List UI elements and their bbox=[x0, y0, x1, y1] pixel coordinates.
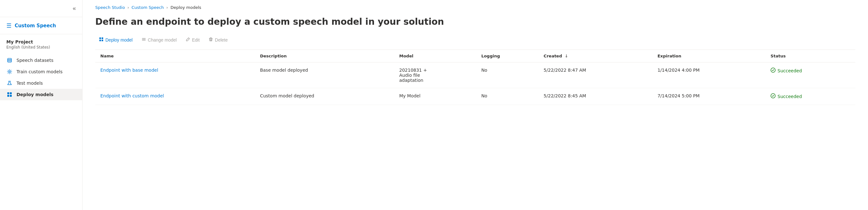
page-title: Define an endpoint to deploy a custom sp… bbox=[95, 16, 855, 28]
change-model-label: Change model bbox=[148, 37, 177, 42]
deploy-model-icon bbox=[99, 37, 103, 42]
column-header-description: Description bbox=[255, 50, 394, 63]
sidebar-navigation: Speech datasets Train custom models Test… bbox=[0, 52, 82, 103]
cell-name-1: Endpoint with base model bbox=[95, 63, 255, 88]
sidebar-app-title-label: Custom Speech bbox=[14, 23, 56, 29]
edit-label: Edit bbox=[192, 37, 200, 42]
sidebar-item-label-speech-datasets: Speech datasets bbox=[17, 58, 53, 63]
endpoints-table-container: Name Description Model Logging Created ↓… bbox=[95, 49, 855, 105]
sidebar-item-label-test: Test models bbox=[17, 80, 43, 86]
sidebar-collapse-section: « bbox=[0, 0, 82, 17]
sidebar-app-header: ☰ Custom Speech bbox=[0, 17, 82, 34]
flask-icon bbox=[6, 80, 13, 86]
column-header-expiration: Expiration bbox=[652, 50, 766, 63]
status-text-1: Succeeded bbox=[777, 68, 802, 73]
svg-rect-7 bbox=[7, 95, 9, 97]
sidebar-item-deploy-models[interactable]: Deploy models bbox=[0, 89, 82, 100]
cell-created-1: 5/22/2022 8:47 AM bbox=[538, 63, 652, 88]
deploy-model-button[interactable]: Deploy model bbox=[95, 35, 136, 44]
deploy-model-label: Deploy model bbox=[105, 37, 133, 42]
endpoint-link-base[interactable]: Endpoint with base model bbox=[100, 68, 158, 73]
gear-icon bbox=[6, 69, 13, 74]
cell-name-2: Endpoint with custom model bbox=[95, 88, 255, 105]
svg-rect-5 bbox=[7, 92, 9, 94]
change-model-icon bbox=[142, 37, 146, 42]
main-content: Speech Studio › Custom Speech › Deploy m… bbox=[83, 0, 868, 210]
delete-button[interactable]: Delete bbox=[205, 35, 231, 44]
endpoints-table: Name Description Model Logging Created ↓… bbox=[95, 50, 855, 105]
cell-model-1: 20210831 + Audio file adaptation bbox=[394, 63, 476, 88]
delete-label: Delete bbox=[215, 37, 228, 42]
cell-description-2: Custom model deployed bbox=[255, 88, 394, 105]
breadcrumb-separator-1: › bbox=[127, 5, 129, 10]
column-header-model: Model bbox=[394, 50, 476, 63]
column-header-logging: Logging bbox=[476, 50, 538, 63]
endpoint-link-custom[interactable]: Endpoint with custom model bbox=[100, 93, 164, 98]
sort-icon: ↓ bbox=[565, 54, 568, 58]
cell-description-1: Base model deployed bbox=[255, 63, 394, 88]
cell-created-2: 5/22/2022 8:45 AM bbox=[538, 88, 652, 105]
sidebar-item-label-deploy: Deploy models bbox=[17, 92, 53, 97]
breadcrumb-current: Deploy models bbox=[170, 5, 201, 10]
cell-status-2: Succeeded bbox=[766, 88, 855, 105]
cell-logging-1: No bbox=[476, 63, 538, 88]
table-row: Endpoint with base model Base model depl… bbox=[95, 63, 855, 88]
cell-status-1: Succeeded bbox=[766, 63, 855, 88]
sidebar-collapse-button[interactable]: « bbox=[71, 4, 77, 13]
breadcrumb-custom-speech[interactable]: Custom Speech bbox=[131, 5, 164, 10]
cell-expiration-2: 7/14/2024 5:00 PM bbox=[652, 88, 766, 105]
table-row: Endpoint with custom model Custom model … bbox=[95, 88, 855, 105]
table-header-row: Name Description Model Logging Created ↓… bbox=[95, 50, 855, 63]
edit-icon bbox=[186, 37, 190, 42]
svg-rect-9 bbox=[99, 37, 101, 39]
status-text-2: Succeeded bbox=[777, 94, 802, 99]
database-icon bbox=[6, 58, 13, 63]
success-icon-2 bbox=[771, 93, 776, 100]
column-header-name: Name bbox=[95, 50, 255, 63]
success-icon-1 bbox=[771, 68, 776, 74]
deploy-icon bbox=[6, 92, 13, 97]
svg-rect-8 bbox=[10, 95, 12, 97]
toolbar: Deploy model Change model Edit bbox=[95, 35, 855, 44]
cell-logging-2: No bbox=[476, 88, 538, 105]
svg-rect-12 bbox=[102, 40, 103, 41]
svg-rect-11 bbox=[99, 40, 101, 41]
sidebar-project-name: My Project bbox=[6, 39, 76, 44]
sidebar-item-test-models[interactable]: Test models bbox=[0, 77, 82, 89]
sidebar-item-label-train: Train custom models bbox=[17, 69, 63, 74]
svg-rect-6 bbox=[10, 92, 12, 94]
cell-expiration-1: 1/14/2024 4:00 PM bbox=[652, 63, 766, 88]
cell-model-2: My Model bbox=[394, 88, 476, 105]
sidebar: « ☰ Custom Speech My Project English (Un… bbox=[0, 0, 83, 210]
delete-icon bbox=[209, 37, 213, 42]
edit-button[interactable]: Edit bbox=[182, 35, 204, 44]
status-badge-2: Succeeded bbox=[771, 93, 850, 100]
svg-rect-10 bbox=[102, 37, 103, 39]
column-header-created[interactable]: Created ↓ bbox=[538, 50, 652, 63]
sidebar-item-train-custom-models[interactable]: Train custom models bbox=[0, 66, 82, 77]
status-badge-1: Succeeded bbox=[771, 68, 850, 74]
breadcrumb-separator-2: › bbox=[166, 5, 168, 10]
breadcrumb-speech-studio[interactable]: Speech Studio bbox=[95, 5, 125, 10]
hamburger-icon: ☰ bbox=[6, 22, 11, 29]
sidebar-project-locale: English (United States) bbox=[6, 45, 76, 49]
column-header-status: Status bbox=[766, 50, 855, 63]
sidebar-item-speech-datasets[interactable]: Speech datasets bbox=[0, 55, 82, 66]
sidebar-project-section: My Project English (United States) bbox=[0, 34, 82, 52]
breadcrumb: Speech Studio › Custom Speech › Deploy m… bbox=[95, 0, 855, 12]
change-model-button[interactable]: Change model bbox=[138, 35, 181, 44]
svg-point-3 bbox=[9, 71, 10, 73]
svg-rect-2 bbox=[8, 61, 11, 62]
